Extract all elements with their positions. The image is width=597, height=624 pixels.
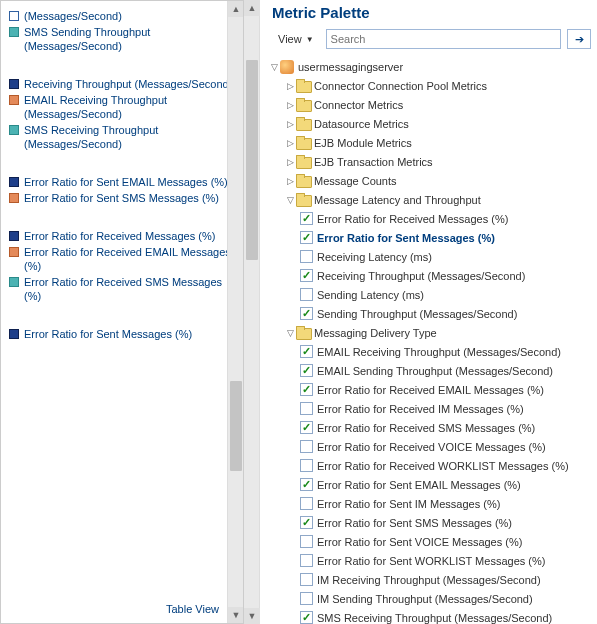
chevron-down-icon: ▼ — [306, 35, 314, 44]
legend-label: SMS Receiving Throughput (Messages/Secon… — [24, 123, 235, 151]
folder-icon — [296, 327, 310, 339]
collapse-icon[interactable]: ▽ — [284, 328, 296, 338]
divider-scrollbar[interactable]: ▲ ▼ — [244, 0, 260, 624]
metric-checkbox[interactable] — [300, 516, 313, 529]
legend-item[interactable]: Error Ratio for Sent EMAIL Messages (%) — [9, 175, 235, 189]
expand-icon[interactable]: ▷ — [284, 176, 296, 186]
metric-checkbox[interactable] — [300, 364, 313, 377]
legend-label: (Messages/Second) — [24, 9, 122, 23]
expand-icon[interactable]: ▷ — [284, 100, 296, 110]
metric-checkbox[interactable] — [300, 497, 313, 510]
tree-row[interactable]: Sending Throughput (Messages/Second) — [268, 304, 593, 323]
legend-swatch — [9, 193, 19, 203]
metric-checkbox[interactable] — [300, 383, 313, 396]
tree-row[interactable]: Receiving Latency (ms) — [268, 247, 593, 266]
tree-node-label: Error Ratio for Sent SMS Messages (%) — [317, 517, 512, 529]
legend-item[interactable]: Error Ratio for Sent Messages (%) — [9, 327, 235, 341]
metric-checkbox[interactable] — [300, 459, 313, 472]
legend-label: Error Ratio for Received EMAIL Messages … — [24, 245, 235, 273]
tree-row[interactable]: IM Receiving Throughput (Messages/Second… — [268, 570, 593, 589]
legend-swatch — [9, 27, 19, 37]
tree-row[interactable]: Error Ratio for Sent Messages (%) — [268, 228, 593, 247]
tree-row[interactable]: ▽usermessagingserver — [268, 57, 593, 76]
legend-item[interactable]: Error Ratio for Received EMAIL Messages … — [9, 245, 235, 273]
scroll-thumb[interactable] — [230, 381, 242, 471]
tree-row[interactable]: Error Ratio for Sent IM Messages (%) — [268, 494, 593, 513]
expand-icon[interactable]: ▷ — [284, 119, 296, 129]
metric-checkbox[interactable] — [300, 535, 313, 548]
scroll-up-icon[interactable]: ▲ — [244, 0, 260, 16]
collapse-icon[interactable]: ▽ — [284, 195, 296, 205]
metric-checkbox[interactable] — [300, 440, 313, 453]
tree-row[interactable]: Error Ratio for Sent WORKLIST Messages (… — [268, 551, 593, 570]
tree-node-label: EJB Module Metrics — [314, 137, 412, 149]
tree-node-label: Error Ratio for Sent IM Messages (%) — [317, 498, 500, 510]
metric-checkbox[interactable] — [300, 478, 313, 491]
scroll-down-icon[interactable]: ▼ — [244, 608, 260, 624]
table-view-link[interactable]: Table View — [166, 603, 219, 615]
tree-row[interactable]: ▽Messaging Delivery Type — [268, 323, 593, 342]
metric-checkbox[interactable] — [300, 573, 313, 586]
tree-node-label: Message Counts — [314, 175, 397, 187]
tree-row[interactable]: ▽Message Latency and Throughput — [268, 190, 593, 209]
collapse-icon[interactable]: ▽ — [268, 62, 280, 72]
tree-row[interactable]: Error Ratio for Sent EMAIL Messages (%) — [268, 475, 593, 494]
tree-row[interactable]: EMAIL Sending Throughput (Messages/Secon… — [268, 361, 593, 380]
tree-row[interactable]: Error Ratio for Received VOICE Messages … — [268, 437, 593, 456]
tree-row[interactable]: Error Ratio for Received IM Messages (%) — [268, 399, 593, 418]
scroll-thumb[interactable] — [246, 60, 258, 260]
search-go-button[interactable]: ➔ — [567, 29, 591, 49]
expand-icon[interactable]: ▷ — [284, 138, 296, 148]
metric-checkbox[interactable] — [300, 269, 313, 282]
tree-row[interactable]: ▷Connector Connection Pool Metrics — [268, 76, 593, 95]
metric-checkbox[interactable] — [300, 611, 313, 624]
legend-item[interactable]: SMS Sending Throughput (Messages/Second) — [9, 25, 235, 53]
tree-row[interactable]: Error Ratio for Sent SMS Messages (%) — [268, 513, 593, 532]
tree-row[interactable]: Error Ratio for Received SMS Messages (%… — [268, 418, 593, 437]
view-menu-button[interactable]: View ▼ — [272, 31, 320, 47]
tree-row[interactable]: Receiving Throughput (Messages/Second) — [268, 266, 593, 285]
legend-panel: (Messages/Second)SMS Sending Throughput … — [0, 0, 244, 624]
metric-checkbox[interactable] — [300, 212, 313, 225]
search-input[interactable] — [326, 29, 561, 49]
legend-item[interactable]: Receiving Throughput (Messages/Second) — [9, 77, 235, 91]
legend-swatch — [9, 247, 19, 257]
legend-label: Error Ratio for Received SMS Messages (%… — [24, 275, 235, 303]
metric-checkbox[interactable] — [300, 231, 313, 244]
legend-item[interactable]: Error Ratio for Received Messages (%) — [9, 229, 235, 243]
tree-row[interactable]: ▷Datasource Metrics — [268, 114, 593, 133]
metric-checkbox[interactable] — [300, 307, 313, 320]
tree-node-label: EMAIL Sending Throughput (Messages/Secon… — [317, 365, 553, 377]
expand-icon[interactable]: ▷ — [284, 81, 296, 91]
legend-item[interactable]: Error Ratio for Received SMS Messages (%… — [9, 275, 235, 303]
metric-checkbox[interactable] — [300, 250, 313, 263]
scroll-up-icon[interactable]: ▲ — [228, 1, 244, 17]
metric-checkbox[interactable] — [300, 592, 313, 605]
metric-checkbox[interactable] — [300, 554, 313, 567]
tree-row[interactable]: Error Ratio for Received Messages (%) — [268, 209, 593, 228]
tree-row[interactable]: Error Ratio for Sent VOICE Messages (%) — [268, 532, 593, 551]
left-scrollbar[interactable]: ▲ ▼ — [227, 1, 243, 623]
tree-row[interactable]: ▷Connector Metrics — [268, 95, 593, 114]
legend-item[interactable]: EMAIL Receiving Throughput (Messages/Sec… — [9, 93, 235, 121]
tree-row[interactable]: IM Sending Throughput (Messages/Second) — [268, 589, 593, 608]
legend-item[interactable]: (Messages/Second) — [9, 9, 235, 23]
metric-checkbox[interactable] — [300, 345, 313, 358]
tree-row[interactable]: ▷Message Counts — [268, 171, 593, 190]
metric-checkbox[interactable] — [300, 421, 313, 434]
metric-checkbox[interactable] — [300, 402, 313, 415]
legend-item[interactable]: Error Ratio for Sent SMS Messages (%) — [9, 191, 235, 205]
legend-item[interactable]: SMS Receiving Throughput (Messages/Secon… — [9, 123, 235, 151]
scroll-down-icon[interactable]: ▼ — [228, 607, 244, 623]
tree-row[interactable]: EMAIL Receiving Throughput (Messages/Sec… — [268, 342, 593, 361]
legend-swatch — [9, 95, 19, 105]
legend-swatch — [9, 125, 19, 135]
tree-row[interactable]: Sending Latency (ms) — [268, 285, 593, 304]
tree-row[interactable]: Error Ratio for Received EMAIL Messages … — [268, 380, 593, 399]
metric-checkbox[interactable] — [300, 288, 313, 301]
tree-row[interactable]: ▷EJB Transaction Metrics — [268, 152, 593, 171]
tree-row[interactable]: SMS Receiving Throughput (Messages/Secon… — [268, 608, 593, 624]
tree-row[interactable]: Error Ratio for Received WORKLIST Messag… — [268, 456, 593, 475]
tree-row[interactable]: ▷EJB Module Metrics — [268, 133, 593, 152]
expand-icon[interactable]: ▷ — [284, 157, 296, 167]
